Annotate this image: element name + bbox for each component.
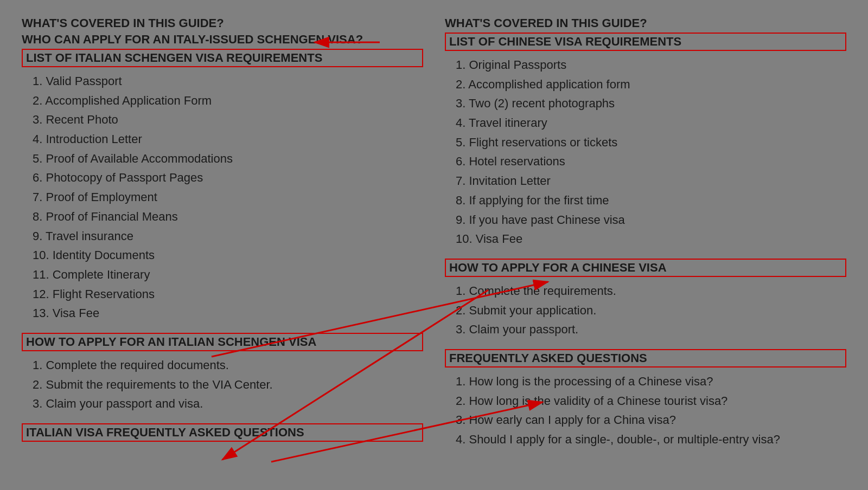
right-faq-item-3: 3. How early can I apply for a China vis… — [445, 410, 846, 430]
right-how-to-header: HOW TO APPLY FOR A CHINESE VISA — [445, 259, 846, 277]
left-faq-header: ITALIAN VISA FREQUENTLY ASKED QUESTIONS — [22, 423, 423, 442]
left-list-item-1: 1. Valid Passport — [22, 72, 423, 91]
right-list-item-8: 8. If applying for the first time — [445, 191, 846, 210]
right-faq-item-2: 2. How long is the validity of a Chinese… — [445, 391, 846, 411]
left-list-item-8: 8. Proof of Financial Means — [22, 207, 423, 227]
right-faq-item-1: 1. How long is the processing of a Chine… — [445, 372, 846, 391]
right-column: WHAT'S COVERED IN THIS GUIDE? LIST OF CH… — [445, 16, 846, 474]
left-how-to-item-2: 2. Submit the requirements to the VIA Ce… — [22, 375, 423, 395]
left-who-can-apply: WHO CAN APPLY FOR AN ITALY-ISSUED SCHENG… — [22, 33, 423, 47]
right-list-item-6: 6. Hotel reservations — [445, 152, 846, 171]
right-faq-header: FREQUENTLY ASKED QUESTIONS — [445, 349, 846, 368]
right-list-item-9: 9. If you have past Chinese visa — [445, 210, 846, 230]
right-faq-item-4: 4. Should I apply for a single-, double-… — [445, 430, 846, 449]
right-list-item-5: 5. Flight reservations or tickets — [445, 133, 846, 152]
right-what-covered: WHAT'S COVERED IN THIS GUIDE? — [445, 16, 846, 30]
right-how-to-item-3: 3. Claim your passport. — [445, 320, 846, 339]
right-how-to-item-1: 1. Complete the requirements. — [445, 281, 846, 301]
left-list-item-5: 5. Proof of Available Accommodations — [22, 149, 423, 169]
left-list-item-2: 2. Accomplished Application Form — [22, 91, 423, 111]
left-list-header: LIST OF ITALIAN SCHENGEN VISA REQUIREMEN… — [22, 49, 423, 67]
right-list-item-7: 7. Invitation Letter — [445, 171, 846, 191]
right-list-item-1: 1. Original Passports — [445, 55, 846, 75]
left-what-covered: WHAT'S COVERED IN THIS GUIDE? — [22, 16, 423, 30]
right-list-item-10: 10. Visa Fee — [445, 229, 846, 249]
left-how-to-item-1: 1. Complete the required documents. — [22, 356, 423, 375]
right-list-item-2: 2. Accomplished application form — [445, 75, 846, 94]
right-list-header: LIST OF CHINESE VISA REQUIREMENTS — [445, 33, 846, 51]
left-list-item-4: 4. Introduction Letter — [22, 130, 423, 149]
left-list-item-10: 10. Identity Documents — [22, 246, 423, 265]
right-how-to-item-2: 2. Submit your application. — [445, 301, 846, 320]
left-list-item-12: 12. Flight Reservations — [22, 285, 423, 304]
left-list-item-13: 13. Visa Fee — [22, 304, 423, 323]
left-list-item-6: 6. Photocopy of Passport Pages — [22, 168, 423, 188]
left-list-item-9: 9. Travel insurance — [22, 227, 423, 246]
right-list-item-4: 4. Travel itinerary — [445, 113, 846, 133]
left-how-to-item-3: 3. Claim your passport and visa. — [22, 394, 423, 414]
right-list-item-3: 3. Two (2) recent photographs — [445, 94, 846, 113]
left-list-item-3: 3. Recent Photo — [22, 110, 423, 130]
left-how-to-header: HOW TO APPLY FOR AN ITALIAN SCHENGEN VIS… — [22, 333, 423, 351]
left-list-item-7: 7. Proof of Employment — [22, 188, 423, 207]
left-list-item-11: 11. Complete Itinerary — [22, 265, 423, 285]
left-column: WHAT'S COVERED IN THIS GUIDE? WHO CAN AP… — [22, 16, 423, 474]
